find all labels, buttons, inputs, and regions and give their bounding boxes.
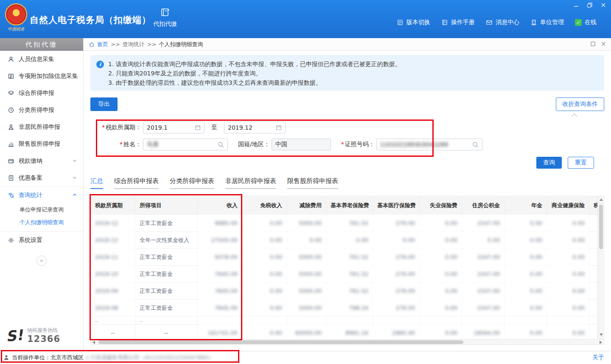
breadcrumb-home[interactable]: 首页 xyxy=(97,41,108,48)
collapse-query-button[interactable]: 收折查询条件 xyxy=(556,97,604,111)
name-input[interactable]: 马某 xyxy=(143,139,228,150)
name-label: *姓名： xyxy=(90,141,141,148)
header-menu: 版本切换 操作手册 消息中心 单位管理 ✓ xyxy=(397,19,597,26)
search-icon[interactable] xyxy=(472,142,479,148)
tab-withholding[interactable]: 代扣代缴 xyxy=(147,7,183,28)
sidebar-item-tax-payment[interactable]: 税款缴纳 xyxy=(0,153,83,169)
scroll-left-icon[interactable] xyxy=(92,341,95,344)
id-number-input[interactable]: 110102199303042289 xyxy=(376,139,482,150)
scroll-right-icon[interactable] xyxy=(600,341,602,344)
calendar-icon[interactable] xyxy=(195,125,201,131)
period-from-input[interactable]: 2019.1 xyxy=(143,122,205,133)
calendar-icon[interactable] xyxy=(276,125,282,131)
menu-org-manage[interactable]: 单位管理 xyxy=(530,19,564,26)
results-table: 税款所属期所得项目收入免税收入减除费用基本养老保险费基本医疗保险费失业保险费住房… xyxy=(90,196,598,342)
version-switch-icon xyxy=(397,19,404,26)
export-button[interactable]: 导出 xyxy=(90,97,118,111)
notice-line: 1. 该查询统计表仅能查询已申报成功的数据，不包含未申报、申报失败，已申报但已作… xyxy=(108,59,597,69)
ledger-icon xyxy=(160,7,170,17)
table-row[interactable]: 2019-10正常工资薪金7645.000.005000.00761.52279… xyxy=(91,266,598,283)
current-unit-label: 当前操作单位： xyxy=(12,354,50,361)
table-cell: 9985.00 xyxy=(198,215,242,232)
sidebar-item-special-deduction[interactable]: 专项附加扣除信息采集 xyxy=(0,68,83,85)
sidebar-item-nonresident-income[interactable]: 非居民所得申报 xyxy=(0,119,83,136)
table-cell xyxy=(242,317,287,325)
sidebar-item-personal-withholding-detail[interactable]: 个人扣缴明细查询 xyxy=(0,216,83,229)
table-cell: 5000.00 xyxy=(287,215,326,232)
close-icon[interactable] xyxy=(600,2,607,8)
table-cell: 761.52 xyxy=(326,215,373,232)
table-cell: 0.00 xyxy=(420,215,462,232)
sidebar-item-query-statistics[interactable]: 查询统计 xyxy=(0,186,83,203)
reset-button[interactable]: 重置 xyxy=(568,157,594,169)
table-row[interactable]: 2019-11正常工资薪金9378.000.005000.00761.52279… xyxy=(91,249,598,266)
table-cell: .. xyxy=(135,317,198,325)
sidebar-item-system-settings[interactable]: 系统设置 xyxy=(0,232,83,249)
scroll-up-icon[interactable] xyxy=(600,198,603,201)
nationality-input[interactable]: 中国 xyxy=(272,139,331,150)
table-cell: 0.00 xyxy=(547,266,589,283)
table-cell: .. xyxy=(91,317,135,325)
horizontal-scrollbar[interactable] xyxy=(90,339,604,345)
column-header: 所得项目 xyxy=(135,196,198,215)
table-row[interactable]: 2019-09正常工资薪金7645.000.005000.00761.52279… xyxy=(91,283,598,300)
tab-restricted-shares-form[interactable]: 限售股所得申报表 xyxy=(287,177,338,189)
tab-nonresident-income-form[interactable]: 非居民所得申报表 xyxy=(225,177,276,189)
panel-controls xyxy=(591,41,606,47)
online-check-icon: ✓ xyxy=(575,19,582,26)
table-cell: 0.00 xyxy=(373,232,420,249)
table-row[interactable]: .... xyxy=(91,317,598,325)
sidebar-item-comprehensive-income[interactable]: 综合所得申报 xyxy=(0,85,83,102)
tab-classified-income-form[interactable]: 分类所得申报表 xyxy=(170,177,214,189)
table-cell: 2019-11 xyxy=(91,249,135,266)
sidebar-item-classified-income[interactable]: 分类所得申报 xyxy=(0,102,83,119)
menu-online-status[interactable]: ✓ 在线 xyxy=(575,19,597,26)
minimize-icon[interactable] xyxy=(573,2,580,8)
bar-chart-icon xyxy=(8,141,14,147)
restore-icon[interactable] xyxy=(586,2,593,8)
horizontal-scroll-thumb[interactable] xyxy=(98,340,463,344)
tab-summary[interactable]: 汇总 xyxy=(90,177,103,189)
panel-close-icon[interactable] xyxy=(601,41,606,47)
table-cell: 5000.00 xyxy=(287,283,326,300)
table-cell: 0.00 xyxy=(420,283,462,300)
scroll-down-icon[interactable] xyxy=(600,333,603,336)
panel-maximize-icon[interactable] xyxy=(591,41,595,47)
menu-version-switch[interactable]: 版本切换 xyxy=(397,19,430,26)
menu-message-center[interactable]: 消息中心 xyxy=(486,19,519,26)
table-row[interactable]: 2019-12正常工资薪金9985.000.005000.00761.52279… xyxy=(91,215,598,232)
sidebar-item-restricted-shares[interactable]: 限售股所得申报 xyxy=(0,136,83,153)
period-row: *税款所属期： 2019.1 至 2019.12 xyxy=(90,121,604,134)
table-cell: 0.00 xyxy=(547,283,589,300)
table-cell: 279.00 xyxy=(373,300,420,317)
table-cell xyxy=(326,317,373,325)
sidebar-item-personnel[interactable]: 人员信息采集 xyxy=(0,51,83,68)
sidebar-collapse-button[interactable]: « xyxy=(36,256,47,266)
org-manage-icon xyxy=(530,19,537,26)
notice-line: 2. 只能查询2019年及之后的数据，不能进行跨年度查询。 xyxy=(108,69,597,78)
about-link[interactable]: 关于 xyxy=(592,354,604,361)
table-cell: 0.00 xyxy=(504,283,547,300)
vertical-scroll-thumb[interactable] xyxy=(599,205,603,249)
logo-star-icon: ★ xyxy=(14,8,20,14)
search-icon[interactable] xyxy=(218,142,224,148)
id-number-label: *证照号码： xyxy=(341,141,375,148)
table-cell xyxy=(589,266,598,283)
column-header: 减除费用 xyxy=(287,196,326,215)
tab-comprehensive-income-form[interactable]: 综合所得申报表 xyxy=(114,177,159,189)
sidebar-item-preference-filing[interactable]: 优惠备案 xyxy=(0,169,83,186)
column-header: 基本医疗保险费 xyxy=(373,196,420,215)
statusbar: 当前操作单位：北京市西城区人力资源服务有限公司（9111010212345678… xyxy=(0,351,611,364)
notice-box: i 1. 该查询统计表仅能查询已申报成功的数据，不包含未申报、申报失败，已申报但… xyxy=(90,55,604,91)
search-button[interactable]: 查询 xyxy=(536,157,562,169)
table-cell: 0.00 xyxy=(504,232,547,249)
table-cell: 27500.00 xyxy=(198,232,242,249)
sidebar-item-unit-declaration-records[interactable]: 单位申报记录查询 xyxy=(0,203,83,216)
vertical-scrollbar[interactable] xyxy=(598,196,604,339)
table-row[interactable]: 2019-12全年一次性奖金收入27500.000.000.000.000.00… xyxy=(91,232,598,249)
period-to-input[interactable]: 2019.12 xyxy=(224,122,286,133)
menu-manual[interactable]: 操作手册 xyxy=(441,19,475,26)
column-header: 税款所属期 xyxy=(91,196,135,215)
current-unit-prefix: 北京市西城区 xyxy=(50,354,84,361)
table-row[interactable]: 2019-08正常工资薪金7645.000.005000.00798.24279… xyxy=(91,300,598,317)
